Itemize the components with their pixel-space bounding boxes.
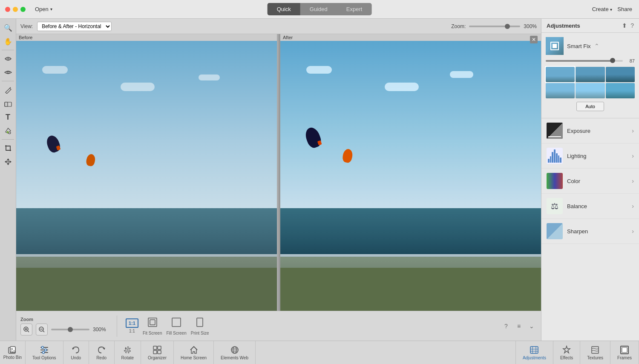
undo-button[interactable]: Undo [63,341,89,364]
exposure-item[interactable]: Exposure › [541,118,639,143]
open-chevron-icon: ▾ [50,7,52,11]
zoom-out-button[interactable] [36,324,48,335]
paint-bucket-button[interactable] [2,124,14,137]
before-beach-scene [16,41,277,311]
thumb-5[interactable] [576,83,604,98]
exposure-arrow-icon: › [632,127,634,134]
tab-guided[interactable]: Guided [300,3,337,15]
minimize-button[interactable] [13,7,18,12]
cloud-1 [42,66,68,74]
zoom-slider-top[interactable] [469,26,520,27]
main-body: 🔍 ✋ T View: Befo [0,19,639,341]
smart-fix-track[interactable] [546,60,623,62]
zoom-in-button[interactable] [20,324,32,335]
tab-expert[interactable]: Expert [337,3,372,15]
photo-bin-label: Photo Bin [3,355,22,360]
zoom-expand-button[interactable]: ⌄ [527,321,537,331]
move-tool-button[interactable] [2,155,14,168]
fill-screen-label: Fill Screen [166,331,186,335]
home-screen-icon [189,345,199,355]
zoom-percent-bottom: 300% [93,327,108,332]
lighting-arrow-icon: › [632,152,634,159]
text-tool-button[interactable]: T [2,111,14,123]
quick-select-button[interactable] [2,52,14,65]
histogram-icon [547,148,563,164]
effects-button[interactable]: Effects [553,341,580,364]
hist-bar-2 [550,156,552,163]
thumb-1[interactable] [546,67,575,82]
view-1to1-button[interactable]: 1:1 1:1 [126,318,138,333]
svg-line-1 [10,87,11,88]
after-image-viewport [280,41,541,311]
photo-bin-button[interactable]: Photo Bin [0,341,26,364]
color-arrow-icon: › [632,178,634,184]
svg-rect-4 [7,131,9,133]
rotate-button[interactable]: Rotate [115,341,141,364]
frames-button[interactable]: Frames [610,341,639,364]
panel-help-icon[interactable]: ? [630,22,634,29]
create-button[interactable]: Create ▾ [592,6,613,12]
create-chevron-icon: ▾ [610,7,612,12]
organizer-button[interactable]: Organizer [141,341,174,364]
thumb-2[interactable] [576,67,604,82]
textures-button[interactable]: Textures [580,341,610,364]
after-panel: After [280,34,541,311]
organizer-icon [153,345,162,355]
crop-tool-button[interactable] [2,142,14,155]
thumb-6[interactable] [606,83,635,98]
adjustments-footer-button[interactable]: Adjustments [516,341,553,364]
balance-item[interactable]: ⚖ Balance › [541,194,639,219]
smart-fix-header: Smart Fix ⌃ [546,37,635,55]
zoom-help-button[interactable]: ? [501,321,511,331]
view-fit-button[interactable]: Fit Screen [143,317,162,335]
lighting-item[interactable]: Lighting › [541,143,639,169]
thumb-4[interactable] [546,83,575,98]
thumb-3[interactable] [606,67,635,82]
sharpen-item[interactable]: Sharpen › [541,219,639,244]
fill-screen-icon [171,317,182,330]
split-close-button[interactable]: ✕ [530,36,538,43]
tab-quick[interactable]: Quick [268,3,300,15]
panel-upload-icon[interactable]: ⬆ [622,22,627,29]
brush-tool-button[interactable] [2,83,14,96]
view-print-button[interactable]: Print Size [191,317,209,335]
before-panel: Before [16,34,279,311]
svg-rect-14 [172,318,181,327]
smart-fix-thumb[interactable] [610,58,615,63]
view-bar: View: Before & After - Horizontal Zoom: … [16,19,541,34]
auto-button[interactable]: Auto [576,102,604,111]
smart-fix-thumbnail [546,37,564,55]
kite-2-after [343,149,352,163]
maximize-button[interactable] [20,7,26,12]
adjustments-footer-label: Adjustments [523,355,546,360]
sky-after [280,41,541,208]
tab-group: QuickGuidedExpert [268,3,372,15]
tool-options-button[interactable]: Tool Options [26,341,63,364]
1to1-label: 1:1 [129,329,135,333]
share-button[interactable]: Share [617,6,632,12]
color-label: Color [567,178,632,184]
view-fill-button[interactable]: Fill Screen [166,317,186,335]
view-select[interactable]: Before & After - Horizontal [37,22,112,31]
zoom-section: Zoom 300% [20,317,108,335]
zoom-list-button[interactable]: ≡ [514,321,524,331]
svg-rect-40 [592,347,599,353]
eraser-tool-button[interactable] [2,97,14,110]
close-button[interactable] [5,7,10,12]
hand-tool-button[interactable]: ✋ [2,35,14,48]
eye-tool-button[interactable] [2,66,14,79]
titlebar: Open ▾ QuickGuidedExpert Create ▾ Share [0,0,639,19]
effects-label: Effects [560,355,573,360]
panel-icons: ⬆ ? [622,22,634,29]
color-item[interactable]: Color › [541,169,639,194]
smart-fix-thumbnails [546,67,635,98]
svg-rect-13 [150,320,155,325]
smart-fix-expand-icon[interactable]: ⌃ [594,43,599,49]
open-button[interactable]: Open ▾ [31,4,57,14]
elements-web-button[interactable]: Elements Web [214,341,256,364]
redo-button[interactable]: Redo [89,341,115,364]
kite-shape-2 [86,154,96,167]
home-screen-button[interactable]: Home Screen [174,341,214,364]
zoom-slider-bottom[interactable] [51,329,89,330]
zoom-tool-button[interactable]: 🔍 [2,21,14,34]
